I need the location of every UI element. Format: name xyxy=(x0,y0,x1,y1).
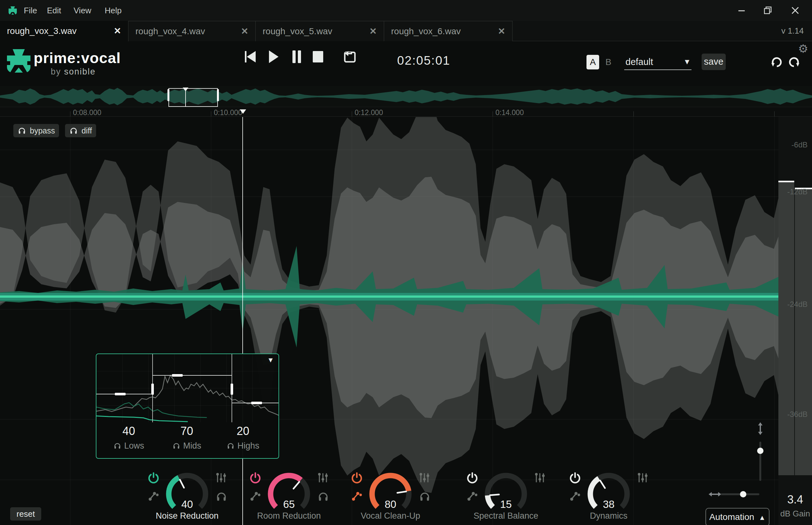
selection-left-handle[interactable] xyxy=(167,89,169,101)
skip-to-start-button[interactable] xyxy=(243,50,257,64)
close-window-button[interactable] xyxy=(789,4,801,16)
power-icon xyxy=(351,472,363,484)
chevron-up-icon: ▲ xyxy=(759,514,766,522)
mids-label[interactable]: Mids xyxy=(161,441,212,451)
prime-vocal-app: File Edit View Help rough_vox_3.wav ✕ ro… xyxy=(0,0,812,525)
pause-button[interactable] xyxy=(291,50,302,64)
gain-value[interactable]: 3.4 xyxy=(778,493,812,506)
tab-label: rough_vox_5.wav xyxy=(263,26,332,36)
waveform-overview[interactable] xyxy=(0,86,812,107)
tab-rough-vox-3[interactable]: rough_vox_3.wav ✕ xyxy=(0,21,129,42)
gain-unit-label: dB Gain xyxy=(778,509,812,519)
chevron-down-icon: ▼ xyxy=(683,57,691,66)
power-toggle[interactable] xyxy=(351,472,363,484)
redo-button[interactable] xyxy=(787,56,801,69)
diff-button[interactable]: diff xyxy=(65,124,96,137)
minimize-button[interactable] xyxy=(736,4,748,16)
waveform-editor[interactable]: -6dB -12dB -24dB -36dB bypass xyxy=(0,117,812,525)
diff-label: diff xyxy=(82,126,92,135)
crossover-low-mid-handle[interactable] xyxy=(151,384,154,395)
band-graph[interactable] xyxy=(97,354,279,422)
spectral-bands-popup: ▼ xyxy=(96,354,279,459)
playhead-handle[interactable] xyxy=(240,109,246,114)
preset-dropdown[interactable]: default ▼ xyxy=(624,55,692,70)
mids-value: 70 xyxy=(161,424,212,438)
overview-playhead-handle[interactable] xyxy=(183,88,188,91)
power-toggle[interactable] xyxy=(569,472,581,484)
power-icon xyxy=(569,472,581,484)
vertical-zoom-icon xyxy=(756,422,764,435)
tab-rough-vox-5[interactable]: rough_vox_5.wav ✕ xyxy=(256,21,384,41)
vertical-zoom-handle[interactable] xyxy=(757,448,764,454)
power-icon xyxy=(249,472,262,484)
output-meter xyxy=(778,117,812,525)
menu-file[interactable]: File xyxy=(24,0,37,21)
undo-button[interactable] xyxy=(770,56,783,69)
close-tab-icon[interactable]: ✕ xyxy=(498,26,505,36)
reset-button[interactable]: reset xyxy=(10,507,41,521)
meter-peak-left xyxy=(778,181,794,182)
tab-rough-vox-4[interactable]: rough_vox_4.wav ✕ xyxy=(129,21,256,41)
power-toggle[interactable] xyxy=(147,472,160,484)
lows-gain-handle[interactable] xyxy=(115,393,126,395)
preset-value: default xyxy=(625,57,653,67)
close-tab-icon[interactable]: ✕ xyxy=(241,26,248,36)
mids-gain-handle[interactable] xyxy=(172,374,183,377)
tab-rough-vox-6[interactable]: rough_vox_6.wav ✕ xyxy=(384,21,513,41)
menu-view[interactable]: View xyxy=(74,0,91,21)
ruler-tick xyxy=(492,111,493,117)
module-label: Dynamics xyxy=(561,511,656,521)
stop-button[interactable] xyxy=(311,50,324,64)
horizontal-zoom-handle[interactable] xyxy=(740,491,746,497)
collapse-popup-icon[interactable]: ▼ xyxy=(267,356,274,364)
menu-edit[interactable]: Edit xyxy=(47,0,61,21)
highs-label[interactable]: Highs xyxy=(218,441,268,451)
module-label: Room Reduction xyxy=(241,511,337,521)
channel-settings-icon xyxy=(637,472,649,484)
module-settings-button[interactable] xyxy=(418,472,430,484)
module-settings-button[interactable] xyxy=(215,472,227,484)
module-spectral-balance: 15 Spectral Balance xyxy=(458,464,553,525)
crossover-mid-high-handle[interactable] xyxy=(231,384,233,395)
module-settings-button[interactable] xyxy=(317,472,329,484)
overview-selection[interactable] xyxy=(168,88,218,107)
close-tab-icon[interactable]: ✕ xyxy=(370,26,377,36)
menu-help[interactable]: Help xyxy=(105,0,121,21)
save-button[interactable]: save xyxy=(702,54,726,70)
play-button[interactable] xyxy=(268,50,279,64)
band-mids: 70 Mids xyxy=(161,424,212,451)
close-tab-icon[interactable]: ✕ xyxy=(114,26,121,36)
overview-playhead xyxy=(185,89,186,107)
power-toggle[interactable] xyxy=(249,472,262,484)
module-noise-reduction: 40 Noise Reduction xyxy=(139,464,235,525)
selection-right-handle[interactable] xyxy=(217,89,219,101)
timeline-ruler[interactable]: 0:08.000 0:10.000 0:12.000 0:14.000 xyxy=(0,107,812,117)
tab-label: rough_vox_6.wav xyxy=(391,26,460,36)
module-value: 80 xyxy=(343,498,438,510)
tab-label: rough_vox_3.wav xyxy=(7,26,76,36)
ruler-label: 0:08.000 xyxy=(73,108,102,117)
headphones-icon xyxy=(172,442,180,450)
automation-button[interactable]: Automation▲ xyxy=(705,508,769,525)
power-toggle[interactable] xyxy=(466,472,478,484)
ab-compare-b-button[interactable]: B xyxy=(604,55,613,70)
ab-compare-a-button[interactable]: A xyxy=(587,55,599,70)
highs-gain-handle[interactable] xyxy=(251,402,262,404)
settings-gear-icon[interactable]: ⚙ xyxy=(798,42,808,56)
headphones-icon xyxy=(70,126,78,135)
module-settings-button[interactable] xyxy=(637,472,649,484)
module-value: 40 xyxy=(139,498,235,510)
module-settings-button[interactable] xyxy=(534,472,546,484)
lows-label[interactable]: Lows xyxy=(103,441,154,451)
brand-logo-icon xyxy=(6,48,31,73)
restore-button[interactable] xyxy=(762,4,774,16)
lows-value: 40 xyxy=(103,424,154,438)
module-room-reduction: 65 Room Reduction xyxy=(241,464,337,525)
band-highs: 20 Highs xyxy=(218,424,268,451)
loop-button[interactable] xyxy=(343,50,357,64)
headphones-icon xyxy=(18,126,26,135)
titlebar: File Edit View Help xyxy=(0,0,812,21)
tab-bar: rough_vox_3.wav ✕ rough_vox_4.wav ✕ roug… xyxy=(0,21,812,41)
bypass-button[interactable]: bypass xyxy=(13,124,59,137)
horizontal-zoom-icon xyxy=(709,490,721,498)
